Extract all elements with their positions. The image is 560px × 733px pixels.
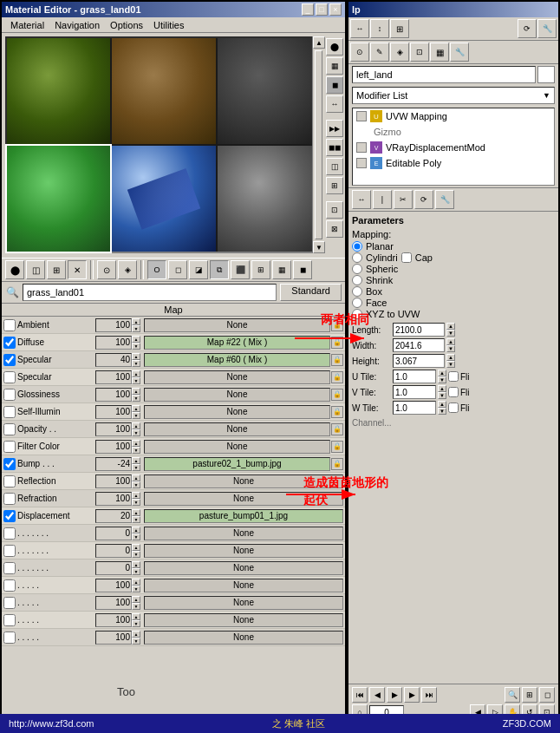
tl-play[interactable]: ▶ xyxy=(387,687,402,703)
param-spin-up-6[interactable]: ▲ xyxy=(132,422,140,429)
param-cb-14[interactable] xyxy=(3,562,16,574)
param-spin-down-11[interactable]: ▼ xyxy=(132,516,140,523)
scroll-thumb-sphere[interactable] xyxy=(315,50,322,239)
param-cb-5[interactable] xyxy=(3,406,16,418)
radio-box[interactable]: Box xyxy=(352,286,555,297)
radio-planar[interactable]: Planar xyxy=(352,241,555,252)
param-spin-down-18[interactable]: ▼ xyxy=(132,638,140,645)
tb-delete[interactable]: ✕ xyxy=(68,260,87,279)
side-btn-1[interactable]: ⬤ xyxy=(326,38,343,56)
height-down[interactable]: ▼ xyxy=(446,361,455,368)
scroll-down[interactable]: ▼ xyxy=(313,241,325,253)
modifier-editable-poly[interactable]: E Editable Poly xyxy=(353,155,554,171)
vtile-flip[interactable] xyxy=(448,387,459,397)
cap-checkbox[interactable] xyxy=(401,252,412,263)
param-spin-up-10[interactable]: ▲ xyxy=(132,492,140,499)
tb-show[interactable]: ◈ xyxy=(118,260,137,279)
param-lock-6[interactable]: 🔒 xyxy=(331,423,343,435)
rt-btn-1[interactable]: ↔ xyxy=(350,19,369,38)
radio-cylindrical[interactable]: Cylindri Cap xyxy=(352,252,555,263)
sphere-3[interactable] xyxy=(218,38,321,144)
param-map-0[interactable]: None xyxy=(144,318,330,332)
param-spin-down-4[interactable]: ▼ xyxy=(132,395,140,402)
rt-btn-2[interactable]: ↕ xyxy=(370,19,389,38)
radio-face-input[interactable] xyxy=(352,298,362,308)
param-spin-down-2[interactable]: ▼ xyxy=(132,360,140,367)
material-type-btn[interactable]: Standard xyxy=(280,284,342,301)
param-cb-2[interactable] xyxy=(3,354,16,366)
param-cb-0[interactable] xyxy=(3,319,16,331)
param-map-11[interactable]: pasture_bump01_1.jpg xyxy=(144,509,343,523)
param-spin-up-14[interactable]: ▲ xyxy=(132,561,140,568)
wtile-down[interactable]: ▼ xyxy=(438,408,446,415)
param-spin-up-16[interactable]: ▲ xyxy=(132,596,140,603)
menu-utilities[interactable]: Utilities xyxy=(148,19,189,31)
sphere-2[interactable] xyxy=(112,38,215,144)
param-lock-3[interactable]: 🔒 xyxy=(331,371,343,383)
modifier-stack[interactable]: U UVW Mapping Gizmo V VRayDisplacementMo… xyxy=(352,108,555,186)
radio-box-input[interactable] xyxy=(352,286,362,297)
param-lock-4[interactable]: 🔒 xyxy=(331,389,343,401)
tb-assign[interactable]: ⊙ xyxy=(97,260,116,279)
tb-sample-type[interactable]: ⬤ xyxy=(5,260,24,279)
param-spin-down-3[interactable]: ▼ xyxy=(132,377,140,384)
param-spin-up-11[interactable]: ▲ xyxy=(132,509,140,516)
close-btn[interactable]: × xyxy=(329,3,342,16)
side-btn-9[interactable]: ⊡ xyxy=(326,201,343,219)
param-cb-10[interactable] xyxy=(3,493,16,505)
utile-down[interactable]: ▼ xyxy=(438,376,446,383)
param-map-13[interactable]: None xyxy=(144,544,343,558)
param-cb-1[interactable] xyxy=(3,337,16,349)
param-map-6[interactable]: None xyxy=(144,422,330,436)
modifier-vray[interactable]: V VRayDisplacementMod xyxy=(353,140,554,155)
sphere-1[interactable] xyxy=(7,38,110,144)
radio-spheric[interactable]: Spheric xyxy=(352,264,555,274)
param-spin-up-5[interactable]: ▲ xyxy=(132,405,140,412)
param-spin-up-18[interactable]: ▲ xyxy=(132,631,140,638)
param-map-12[interactable]: None xyxy=(144,527,343,540)
param-cb-9[interactable] xyxy=(3,475,16,488)
param-spin-down-14[interactable]: ▼ xyxy=(132,568,140,575)
param-spin-up-9[interactable]: ▲ xyxy=(132,474,140,481)
radio-face[interactable]: Face xyxy=(352,298,555,308)
param-spin-up-13[interactable]: ▲ xyxy=(132,544,140,551)
vtile-input[interactable] xyxy=(393,385,436,399)
param-map-7[interactable]: None xyxy=(144,440,330,454)
length-down[interactable]: ▼ xyxy=(446,330,455,337)
param-cb-7[interactable] xyxy=(3,441,16,453)
sphere-6[interactable] xyxy=(218,146,321,252)
color-swatch[interactable] xyxy=(537,66,555,83)
param-map-17[interactable]: None xyxy=(144,613,343,627)
param-lock-2[interactable]: 🔒 xyxy=(331,354,343,366)
param-spin-down-7[interactable]: ▼ xyxy=(132,447,140,454)
radio-xyz-input[interactable] xyxy=(352,309,362,319)
tl-zoom-in[interactable]: 🔍 xyxy=(505,687,520,703)
height-up[interactable]: ▲ xyxy=(446,354,455,361)
side-btn-2[interactable]: ▦ xyxy=(326,57,343,75)
param-spin-up-0[interactable]: ▲ xyxy=(132,318,140,325)
utile-input[interactable] xyxy=(393,370,436,383)
param-cb-6[interactable] xyxy=(3,423,16,435)
menu-material[interactable]: Material xyxy=(5,19,49,31)
param-spin-down-1[interactable]: ▼ xyxy=(132,343,140,350)
scroll-up[interactable]: ▲ xyxy=(313,36,325,49)
param-spin-up-3[interactable]: ▲ xyxy=(132,370,140,377)
radio-planar-input[interactable] xyxy=(352,241,362,252)
param-map-4[interactable]: None xyxy=(144,388,330,402)
rt-btn-3[interactable]: ⊞ xyxy=(390,19,409,38)
side-btn-8[interactable]: ⊞ xyxy=(326,177,343,194)
param-lock-0[interactable]: 🔒 xyxy=(331,319,343,331)
param-lock-8[interactable]: 🔒 xyxy=(331,458,343,470)
tl-prev-start[interactable]: ⏮ xyxy=(352,687,368,703)
param-map-5[interactable]: None xyxy=(144,405,330,419)
side-btn-10[interactable]: ⊠ xyxy=(326,220,343,238)
sphere-5[interactable] xyxy=(112,146,215,252)
param-map-9[interactable]: None xyxy=(144,474,343,488)
modifier-gizmo[interactable]: Gizmo xyxy=(353,124,554,140)
param-map-1[interactable]: Map #22 ( Mix ) xyxy=(144,336,330,350)
param-cb-18[interactable] xyxy=(3,632,16,644)
length-input[interactable] xyxy=(393,323,445,337)
object-name-input[interactable] xyxy=(352,66,536,83)
param-spin-up-1[interactable]: ▲ xyxy=(132,336,140,343)
param-cb-12[interactable] xyxy=(3,527,16,540)
